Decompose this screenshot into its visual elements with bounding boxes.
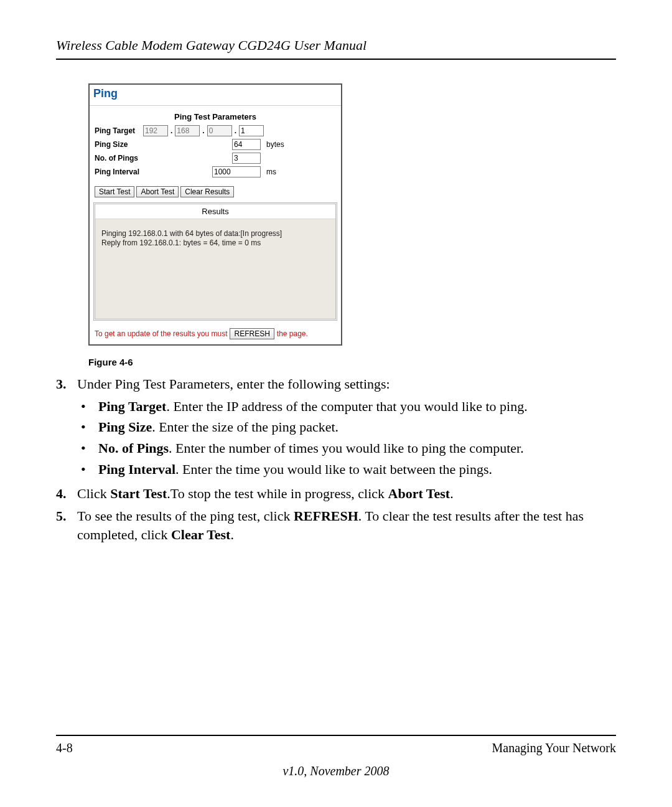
version-line: v1.0, November 2008 xyxy=(56,764,616,778)
bullet-icon: • xyxy=(77,397,98,416)
term-desc: . Enter the size of the ping packet. xyxy=(152,419,338,435)
clear-results-button[interactable]: Clear Results xyxy=(180,186,234,197)
page-number: 4-8 xyxy=(56,741,73,755)
ip-octet-4[interactable] xyxy=(239,125,264,136)
step-number: 5. xyxy=(56,507,77,544)
ping-size-input[interactable] xyxy=(232,139,261,150)
results-heading: Results xyxy=(95,204,335,219)
step-number: 4. xyxy=(56,484,77,503)
t: Clear Test xyxy=(171,527,231,542)
term: Ping Size xyxy=(98,419,152,435)
step-number: 3. xyxy=(56,375,77,481)
t: To see the results of the ping test, cli… xyxy=(77,508,294,524)
term: No. of Pings xyxy=(98,440,169,456)
ip-octet-1[interactable] xyxy=(143,125,168,136)
t: Start Test xyxy=(110,486,167,501)
term: Ping Target xyxy=(98,399,166,414)
bullet-icon: • xyxy=(77,418,98,437)
results-line: Reply from 192.168.0.1: bytes = 64, time… xyxy=(101,238,329,248)
t: . xyxy=(450,486,454,501)
t: Abort Test xyxy=(388,486,450,501)
dot-icon: . xyxy=(170,126,172,135)
ping-count-label: No. of Pings xyxy=(95,154,230,163)
ip-octet-3[interactable] xyxy=(207,125,232,136)
ip-octet-2[interactable] xyxy=(175,125,200,136)
t: Click xyxy=(77,486,110,501)
section-name: Managing Your Network xyxy=(492,741,616,755)
t: .To stop the test while in progress, cli… xyxy=(167,486,388,501)
term-desc: . Enter the number of times you would li… xyxy=(169,440,524,456)
screenshot-title: Ping xyxy=(90,85,341,106)
figure-caption: Figure 4-6 xyxy=(88,357,616,367)
refresh-button[interactable]: REFRESH xyxy=(230,328,274,339)
ping-size-unit: bytes xyxy=(266,140,284,149)
running-header: Wireless Cable Modem Gateway CGD24G User… xyxy=(56,37,616,54)
ping-interval-input[interactable] xyxy=(212,166,261,177)
term-desc: . Enter the time you would like to wait … xyxy=(175,461,492,477)
params-heading: Ping Test Parameters xyxy=(95,112,336,121)
footer-rule xyxy=(56,735,616,736)
step-text: Under Ping Test Parameters, enter the fo… xyxy=(77,376,390,392)
t: . xyxy=(230,527,234,542)
ping-screenshot: Ping Ping Test Parameters Ping Target . … xyxy=(88,83,342,346)
ping-interval-label: Ping Interval xyxy=(95,168,210,176)
dot-icon: . xyxy=(202,126,204,135)
bullet-icon: • xyxy=(77,439,98,458)
term-desc: . Enter the IP address of the computer t… xyxy=(166,399,527,414)
term: Ping Interval xyxy=(98,461,175,477)
hint-text-post: the page. xyxy=(277,329,308,338)
ping-size-label: Ping Size xyxy=(95,140,230,149)
bullet-icon: • xyxy=(77,460,98,479)
hint-text-pre: To get an update of the results you must xyxy=(95,329,227,338)
ping-target-label: Ping Target xyxy=(95,126,141,135)
t: REFRESH xyxy=(294,508,358,524)
ping-count-input[interactable] xyxy=(232,153,261,164)
abort-test-button[interactable]: Abort Test xyxy=(136,186,179,197)
ping-interval-unit: ms xyxy=(266,168,276,176)
results-line: Pinging 192.168.0.1 with 64 bytes of dat… xyxy=(101,229,329,238)
dot-icon: . xyxy=(235,126,236,135)
header-rule xyxy=(56,59,616,60)
start-test-button[interactable]: Start Test xyxy=(95,186,134,197)
results-output: Pinging 192.168.0.1 with 64 bytes of dat… xyxy=(95,219,335,319)
